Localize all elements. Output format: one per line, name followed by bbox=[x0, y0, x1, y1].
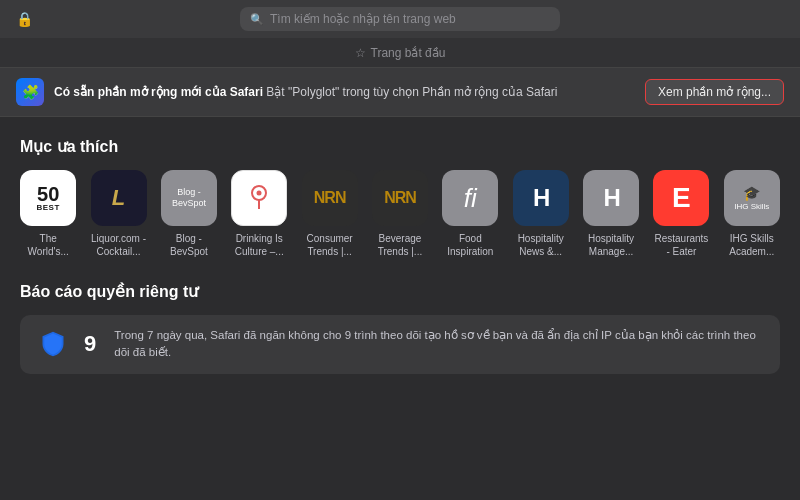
top-bar: 🔒 🔍 Tìm kiếm hoặc nhập tên trang web bbox=[0, 0, 800, 38]
favorite-label-food: Food Inspiration bbox=[442, 232, 498, 258]
icon-drinking bbox=[231, 170, 287, 226]
favorite-label-50best: The World's... bbox=[20, 232, 76, 258]
favorite-item-hosp1[interactable]: H Hospitality News &... bbox=[513, 170, 569, 258]
icon-hosp2: H bbox=[583, 170, 639, 226]
favorite-item-nrn1[interactable]: NRN Consumer Trends |... bbox=[301, 170, 357, 258]
search-placeholder: Tìm kiếm hoặc nhập tên trang web bbox=[270, 12, 456, 26]
view-extension-button[interactable]: Xem phần mở rộng... bbox=[645, 79, 784, 105]
favorites-section-title: Mục ưa thích bbox=[20, 137, 780, 156]
lock-icon: 🔒 bbox=[16, 11, 33, 27]
privacy-description: Trong 7 ngày qua, Safari đã ngăn không c… bbox=[114, 327, 764, 362]
icon-liquor: L bbox=[91, 170, 147, 226]
favorite-label-hosp1: Hospitality News &... bbox=[513, 232, 569, 258]
extension-icon: 🧩 bbox=[16, 78, 44, 106]
icon-50best: 50 BEST bbox=[20, 170, 76, 226]
favorite-item-drinking[interactable]: Drinking Is Culture –... bbox=[231, 170, 287, 258]
favorite-item-nrn2[interactable]: NRN Beverage Trends |... bbox=[372, 170, 428, 258]
favorite-label-drinking: Drinking Is Culture –... bbox=[231, 232, 287, 258]
privacy-section: Báo cáo quyền riêng tư 9 Trong 7 ngày qu… bbox=[20, 282, 780, 374]
favorite-item-eater[interactable]: E Restaurants - Eater bbox=[653, 170, 709, 258]
favorite-item-liquor[interactable]: L Liquor.com - Cocktail... bbox=[90, 170, 146, 258]
privacy-count: 9 bbox=[84, 331, 96, 357]
icon-nrn1: NRN bbox=[302, 170, 358, 226]
svg-point-2 bbox=[257, 191, 262, 196]
notification-text: Có sẵn phần mở rộng mới của Safari Bật "… bbox=[54, 84, 635, 101]
icon-ihg: 🎓 IHG Skills bbox=[724, 170, 780, 226]
favorite-label-nrn1: Consumer Trends |... bbox=[301, 232, 357, 258]
favorite-item-50best[interactable]: 50 BEST The World's... bbox=[20, 170, 76, 258]
icon-bevspot: Blog - BevSpot bbox=[161, 170, 217, 226]
notification-banner: 🧩 Có sẵn phần mở rộng mới của Safari Bật… bbox=[0, 68, 800, 117]
favorites-grid: 50 BEST The World's... L Liquor.com - Co… bbox=[20, 170, 780, 258]
icon-nrn2: NRN bbox=[372, 170, 428, 226]
favorite-label-ihg: IHG Skills Academ... bbox=[724, 232, 780, 258]
search-icon: 🔍 bbox=[250, 13, 264, 26]
main-content: Mục ưa thích 50 BEST The World's... L Li… bbox=[0, 117, 800, 390]
favorite-item-ihg[interactable]: 🎓 IHG Skills IHG Skills Academ... bbox=[724, 170, 780, 258]
icon-food: fi bbox=[442, 170, 498, 226]
start-page-label: ☆ Trang bắt đầu bbox=[355, 46, 446, 60]
shield-icon bbox=[36, 327, 70, 361]
favorite-label-hosp2: Hospitality Manage... bbox=[583, 232, 639, 258]
favorite-label-eater: Restaurants - Eater bbox=[653, 232, 709, 258]
star-icon: ☆ bbox=[355, 46, 366, 60]
privacy-section-title: Báo cáo quyền riêng tư bbox=[20, 282, 780, 301]
favorite-label-bevspot: Blog - BevSpot bbox=[161, 232, 217, 258]
favorite-label-liquor: Liquor.com - Cocktail... bbox=[90, 232, 146, 258]
icon-hosp1: H bbox=[513, 170, 569, 226]
favorite-item-bevspot[interactable]: Blog - BevSpot Blog - BevSpot bbox=[161, 170, 217, 258]
favorite-label-nrn2: Beverage Trends |... bbox=[372, 232, 428, 258]
search-bar[interactable]: 🔍 Tìm kiếm hoặc nhập tên trang web bbox=[240, 7, 560, 31]
favorite-item-food[interactable]: fi Food Inspiration bbox=[442, 170, 498, 258]
favorites-bar: ☆ Trang bắt đầu bbox=[0, 38, 800, 68]
icon-eater: E bbox=[653, 170, 709, 226]
favorite-item-hosp2[interactable]: H Hospitality Manage... bbox=[583, 170, 639, 258]
privacy-card: 9 Trong 7 ngày qua, Safari đã ngăn không… bbox=[20, 315, 780, 374]
